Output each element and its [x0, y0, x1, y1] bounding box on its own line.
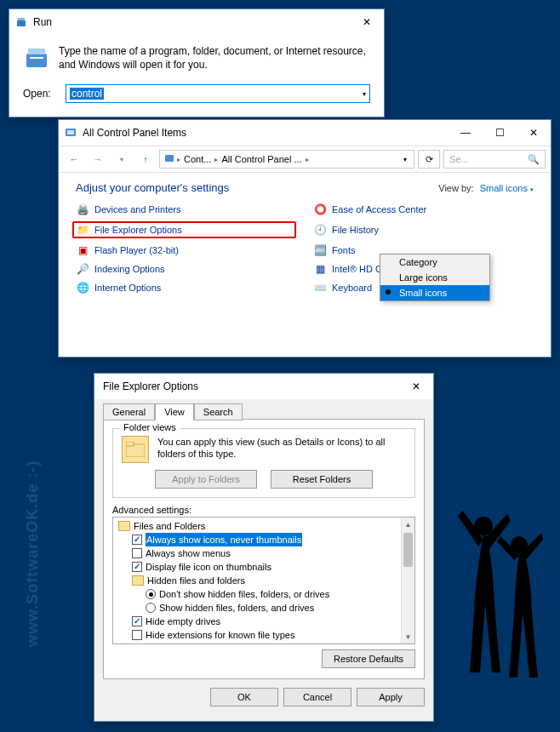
tree-node-always-show-icons[interactable]: Always show icons, never thumbnails [113, 533, 414, 546]
intel-icon: ▦ [313, 262, 327, 276]
radio-icon[interactable] [146, 603, 156, 613]
folder-views-group: Folder views You can apply this view (su… [112, 428, 415, 498]
refresh-button[interactable]: ⟳ [418, 150, 440, 169]
tree-node-hide-extensions[interactable]: Hide extensions for known file types [113, 628, 414, 642]
svg-rect-10 [28, 49, 45, 54]
viewby-control[interactable]: View by: Small icons ▾ [438, 183, 534, 193]
advanced-settings-tree[interactable]: Files and Folders Always show icons, nev… [112, 517, 415, 644]
folder-icon [122, 436, 149, 463]
svg-rect-13 [67, 130, 74, 134]
cp-item-flash-player[interactable]: ▣Flash Player (32-bit) [76, 243, 296, 257]
viewby-menu-large-icons[interactable]: Large icons [380, 270, 489, 285]
cp-item-label: Ease of Access Center [332, 204, 426, 214]
keyboard-icon: ⌨️ [313, 281, 327, 295]
scroll-down-button[interactable]: ▼ [402, 630, 414, 643]
svg-rect-8 [18, 18, 25, 20]
folder-options-icon: 📁 [76, 223, 89, 237]
scroll-up-button[interactable]: ▲ [402, 518, 414, 531]
viewby-label: View by: [438, 183, 473, 193]
folder-views-label: Folder views [120, 422, 180, 432]
run-open-label: Open: [23, 88, 57, 100]
cp-item-file-explorer-options[interactable]: 📁File Explorer Options [72, 221, 296, 238]
breadcrumb[interactable]: ▸ Cont... ▸ All Control Panel ... ▸ ▾ [159, 150, 414, 169]
run-open-combobox[interactable]: control ▾ [66, 84, 370, 103]
cp-item-internet-options[interactable]: 🌐Internet Options [76, 281, 296, 295]
chevron-right-icon[interactable]: ▸ [306, 156, 309, 163]
checkbox-icon[interactable] [132, 643, 142, 644]
reset-folders-button[interactable]: Reset Folders [271, 470, 373, 489]
cp-item-label: Indexing Options [94, 264, 165, 274]
cp-titlebar[interactable]: All Control Panel Items ― ☐ ✕ [59, 120, 551, 146]
cp-maximize-button[interactable]: ☐ [483, 120, 517, 146]
cp-item-file-history[interactable]: 🕘File History [313, 221, 534, 238]
viewby-menu: Category Large icons Small icons [380, 254, 490, 301]
tab-view[interactable]: View [155, 403, 194, 420]
crumb-seg-1[interactable]: Cont... [182, 154, 213, 164]
nav-forward-button[interactable]: → [88, 149, 108, 169]
run-open-value: control [70, 88, 104, 100]
restore-defaults-button[interactable]: Restore Defaults [322, 649, 415, 668]
cp-item-label: Flash Player (32-bit) [94, 245, 179, 255]
tree-node-display-file-icon[interactable]: Display file icon on thumbnails [113, 560, 414, 574]
scroll-thumb[interactable] [403, 533, 413, 567]
search-input[interactable]: Se... 🔍 [443, 150, 546, 169]
watermark-side: www.SoftwareOK.de :-) [24, 460, 42, 647]
feo-titlebar[interactable]: File Explorer Options ✕ [94, 374, 433, 399]
crumb-seg-2[interactable]: All Control Panel ... [220, 154, 303, 164]
nav-back-button[interactable]: ← [64, 149, 84, 169]
nav-history-button[interactable]: ▾ [111, 149, 132, 169]
cp-item-label: Devices and Printers [94, 204, 181, 214]
apply-to-folders-button: Apply to Folders [155, 470, 257, 489]
tree-node-files-folders[interactable]: Files and Folders [113, 519, 414, 533]
run-titlebar[interactable]: Run ✕ [9, 9, 384, 35]
checkbox-icon[interactable] [132, 562, 142, 572]
chevron-right-icon[interactable]: ▸ [214, 156, 218, 163]
history-icon: 🕘 [313, 223, 327, 237]
viewby-menu-category[interactable]: Category [380, 254, 489, 270]
cancel-button[interactable]: Cancel [283, 688, 351, 706]
tree-node-dont-show-hidden[interactable]: Don't show hidden files, folders, or dri… [113, 587, 414, 601]
search-placeholder: Se... [449, 154, 523, 164]
checkbox-icon[interactable] [132, 630, 142, 640]
tree-node-hidden-files[interactable]: Hidden files and folders [113, 574, 414, 587]
feo-close-button[interactable]: ✕ [399, 374, 433, 399]
viewby-menu-small-icons[interactable]: Small icons [380, 285, 489, 300]
cp-minimize-button[interactable]: ― [449, 120, 483, 146]
apply-button[interactable]: Apply [357, 688, 425, 706]
cp-close-button[interactable]: ✕ [517, 120, 551, 146]
control-panel-window: All Control Panel Items ― ☐ ✕ ← → ▾ ↑ ▸ … [58, 119, 551, 357]
feo-tabs: General View Search [103, 403, 425, 420]
cp-item-ease-of-access[interactable]: ⭕Ease of Access Center [313, 203, 534, 216]
tree-node-always-show-menus[interactable]: Always show menus [113, 546, 414, 560]
scrollbar[interactable]: ▲ ▼ [401, 518, 414, 643]
menu-item-label: Large icons [399, 272, 448, 283]
checkbox-icon[interactable] [132, 616, 142, 626]
viewby-value: Small icons [480, 183, 528, 193]
radio-icon[interactable] [146, 589, 156, 599]
cp-item-indexing-options[interactable]: 🔎Indexing Options [76, 262, 296, 276]
tree-node-hide-empty-drives[interactable]: Hide empty drives [113, 615, 414, 628]
cp-item-devices-printers[interactable]: 🖨️Devices and Printers [76, 203, 296, 216]
ok-button[interactable]: OK [210, 688, 278, 706]
nav-up-button[interactable]: ↑ [135, 149, 156, 169]
checkbox-icon[interactable] [132, 548, 142, 558]
cp-item-label: File Explorer Options [94, 225, 182, 235]
tree-label: Display file icon on thumbnails [146, 560, 271, 574]
cp-heading: Adjust your computer's settings [76, 181, 229, 194]
printer-icon: 🖨️ [76, 203, 89, 216]
chevron-right-icon[interactable]: ▸ [177, 156, 180, 163]
tab-general[interactable]: General [103, 403, 155, 420]
chevron-down-icon[interactable]: ▾ [363, 90, 366, 98]
tree-node-hide-merge-conflicts[interactable]: Hide folder merge conflicts [113, 642, 414, 644]
chevron-down-icon[interactable]: ▾ [403, 156, 407, 163]
svg-rect-7 [17, 20, 26, 26]
breadcrumb-icon [163, 152, 175, 166]
checkbox-icon[interactable] [132, 535, 142, 545]
tab-search[interactable]: Search [194, 403, 243, 420]
tree-node-show-hidden[interactable]: Show hidden files, folders, and drives [113, 601, 414, 615]
tree-label: Always show icons, never thumbnails [146, 533, 302, 546]
run-close-button[interactable]: ✕ [350, 9, 384, 35]
menu-item-label: Category [399, 257, 437, 267]
advanced-settings-label: Advanced settings: [112, 505, 415, 515]
chevron-down-icon: ▾ [530, 186, 534, 192]
